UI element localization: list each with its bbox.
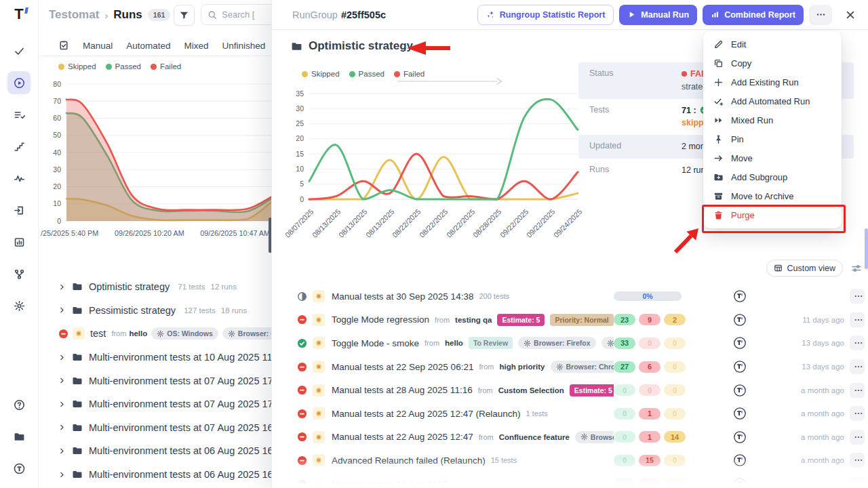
- row-menu-button[interactable]: [850, 383, 865, 398]
- row-menu-button[interactable]: [850, 359, 865, 374]
- tests-count: 1 tests: [526, 409, 547, 418]
- avatar: [734, 478, 746, 488]
- flaky-icon: [313, 478, 325, 488]
- sidebar-item-play-circle[interactable]: [7, 71, 31, 94]
- tab-manual[interactable]: Manual: [83, 41, 113, 51]
- more-actions-button[interactable]: [809, 5, 832, 25]
- divider: [38, 56, 271, 56]
- run-title[interactable]: Advanced Relaunch failed (Relaunch): [332, 455, 486, 466]
- row-menu-button[interactable]: [850, 453, 865, 468]
- tree-item-label: Multi-environment tests at 07 Aug 2025 1…: [89, 422, 271, 433]
- chart-x-labels: /25/2025 5:40 PM09/26/2025 10:20 AM09/26…: [41, 229, 270, 237]
- tree-item-folder[interactable]: Multi-environment tests at 06 Aug 2025 1…: [38, 439, 271, 463]
- drawer-scrollbar[interactable]: [865, 228, 868, 269]
- sidebar-item-branch[interactable]: [7, 262, 31, 285]
- run-title[interactable]: Manual tests at 28 Aug 2025 11:16: [332, 385, 473, 395]
- chevron-right-icon[interactable]: [58, 283, 66, 291]
- run-title[interactable]: Manual tests at 13 Aug 2025: [332, 479, 448, 488]
- avatar: [734, 337, 746, 349]
- sidebar-item-check[interactable]: [7, 39, 31, 62]
- menu-item-add-subgroup[interactable]: Add Subgroup: [703, 167, 842, 186]
- tree-item-folder[interactable]: Multi-environment tests at 07 Aug 2025 1…: [38, 416, 271, 440]
- chevron-right-icon[interactable]: [58, 377, 66, 384]
- tree-item-folder[interactable]: Multi-environment tests at 10 Aug 2025 1…: [38, 346, 271, 369]
- legend-skipped: Skipped: [58, 62, 96, 70]
- custom-view-button[interactable]: Custom view: [766, 260, 843, 277]
- sidebar-item-bar-chart[interactable]: [7, 230, 31, 253]
- menu-item-move[interactable]: Move: [703, 148, 842, 167]
- arrow-right-icon: [713, 153, 724, 163]
- rungroup-statistic-report-button[interactable]: Rungroup Statistic Report: [477, 5, 614, 25]
- combined-report-button[interactable]: Combined Report: [703, 5, 804, 25]
- row-menu-button[interactable]: [850, 289, 865, 304]
- menu-item-add-automated-run[interactable]: Add Automated Run: [703, 92, 842, 110]
- menu-item-edit[interactable]: Edit: [703, 35, 842, 54]
- run-title[interactable]: Manual tests at 22 Aug 2025 12:47 (Relau…: [332, 409, 520, 419]
- breadcrumb-project[interactable]: Testomat: [49, 8, 99, 22]
- menu-item-mixed-run[interactable]: Mixed Run: [703, 110, 842, 129]
- row-menu-button[interactable]: [850, 336, 865, 350]
- sidebar-item-help[interactable]: [7, 393, 31, 416]
- tree-item-folder[interactable]: Multi-environment tests at 07 Aug 2025 1…: [38, 392, 271, 416]
- run-timestamp: a month ago: [756, 433, 844, 441]
- sidebar-item-stairs[interactable]: [7, 135, 31, 158]
- run-title[interactable]: Manual tests at 22 Sep 2025 06:21: [332, 362, 473, 372]
- tree-item-folder[interactable]: Multi-environment tests at 07 Aug 2025 1…: [38, 369, 271, 392]
- row-menu-button[interactable]: [850, 406, 865, 421]
- count-skipped: 14: [664, 431, 686, 443]
- menu-item-purge[interactable]: Purge: [703, 205, 842, 224]
- menu-item-pin[interactable]: Pin: [703, 129, 842, 148]
- row-menu-button[interactable]: [850, 476, 865, 488]
- run-title[interactable]: Toggle Mode - smoke: [332, 338, 419, 348]
- folder-icon: [72, 375, 83, 386]
- tree-item-folder[interactable]: Pessimistic strategy 127 tests 18 runs: [38, 299, 271, 323]
- failed-status-icon: [297, 432, 307, 442]
- run-row[interactable]: Manual tests at 28 Aug 2025 11:16 fromCu…: [272, 378, 868, 402]
- run-row[interactable]: Manual tests at 22 Aug 2025 12:47 fromCo…: [272, 426, 868, 449]
- filter-button[interactable]: [174, 5, 195, 26]
- group-title[interactable]: Optimistic strategy: [291, 39, 413, 53]
- tree-item-folder[interactable]: Optimistic strategy 71 tests 12 runs: [38, 275, 271, 299]
- breadcrumb-separator: ›: [104, 9, 108, 21]
- sidebar-item-t-circle[interactable]: [7, 457, 31, 480]
- search-input[interactable]: Search [: [201, 4, 271, 25]
- run-timestamp: 13 days ago: [756, 339, 844, 347]
- app-logo[interactable]: T: [14, 5, 23, 23]
- chevron-right-icon[interactable]: [58, 306, 66, 314]
- sidebar-item-folder[interactable]: [7, 425, 31, 448]
- chevron-right-icon[interactable]: [58, 401, 66, 408]
- sidebar-item-gear[interactable]: [7, 294, 31, 317]
- chevron-right-icon[interactable]: [58, 471, 66, 479]
- run-title[interactable]: Manual tests at 30 Sep 2025 14:38: [332, 291, 473, 302]
- tree-item-folder[interactable]: Multi-environment tests at 06 Aug 2025 1…: [38, 463, 271, 487]
- run-row[interactable]: Toggle Mode regression fromtesting qa Es…: [272, 308, 868, 332]
- chevron-right-icon[interactable]: [58, 354, 66, 361]
- menu-item-copy[interactable]: Copy: [703, 54, 842, 73]
- search-icon: [208, 10, 217, 20]
- run-title[interactable]: Toggle Mode regression: [332, 314, 429, 325]
- run-row[interactable]: Manual tests at 13 Aug 2025: [272, 472, 868, 488]
- sidebar-item-list-check[interactable]: [7, 103, 31, 126]
- row-menu-button[interactable]: [850, 312, 865, 327]
- run-row[interactable]: Toggle Mode - smoke fromhello To ReviewB…: [272, 331, 868, 355]
- tab-unfinished[interactable]: Unfinished: [222, 41, 266, 51]
- run-row[interactable]: Manual tests at 30 Sep 2025 14:38 200 te…: [272, 285, 868, 308]
- menu-item-add-existing-run[interactable]: Add Existing Run: [703, 73, 842, 92]
- sidebar-item-box-import[interactable]: [7, 199, 31, 222]
- sidebar-item-pulse[interactable]: [7, 167, 31, 190]
- tab-automated[interactable]: Automated: [126, 41, 170, 51]
- run-row[interactable]: Manual tests at 22 Aug 2025 12:47 (Relau…: [272, 402, 868, 426]
- tab-mixed[interactable]: Mixed: [184, 41, 209, 51]
- run-row[interactable]: Advanced Relaunch failed (Relaunch) 15 t…: [272, 449, 868, 472]
- run-title[interactable]: Manual tests at 22 Aug 2025 12:47: [332, 432, 473, 442]
- manual-run-button[interactable]: Manual Run: [619, 5, 697, 25]
- avatar: [734, 431, 746, 443]
- close-icon[interactable]: [842, 6, 859, 24]
- filters-icon[interactable]: [851, 263, 862, 274]
- run-row[interactable]: Manual tests at 22 Sep 2025 06:21 fromhi…: [272, 355, 868, 379]
- tree-item-run[interactable]: test from hello OS: WindowsBrowser: Chro…: [38, 322, 271, 346]
- row-menu-button[interactable]: [850, 430, 865, 445]
- menu-item-move-to-archive[interactable]: Move to Archive: [703, 186, 842, 205]
- chevron-right-icon[interactable]: [58, 447, 66, 455]
- chevron-right-icon[interactable]: [58, 424, 66, 431]
